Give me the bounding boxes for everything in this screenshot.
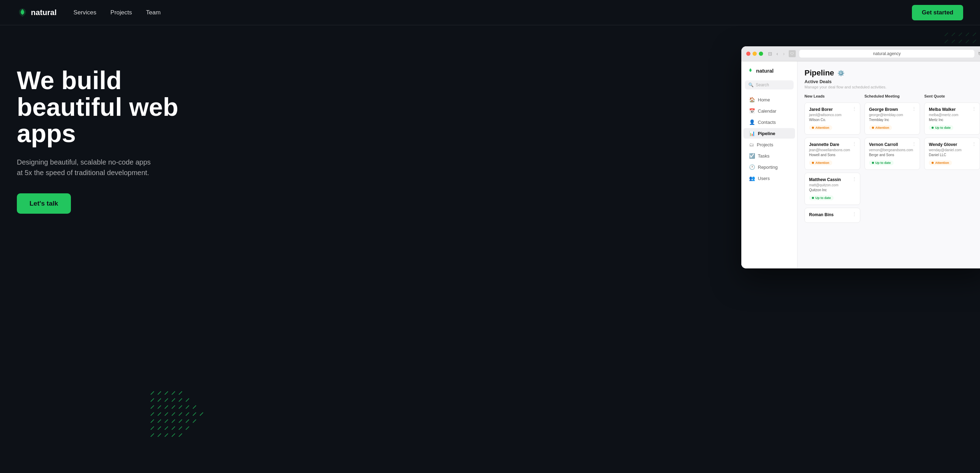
deal-email: jean@howellandsons.com xyxy=(809,148,856,152)
attention-dot xyxy=(812,127,814,129)
svg-line-5 xyxy=(151,398,154,402)
svg-line-45 xyxy=(952,33,955,36)
svg-line-20 xyxy=(165,413,168,416)
deal-options-icon[interactable]: ⋮ xyxy=(852,211,856,216)
svg-line-41 xyxy=(165,434,168,436)
get-started-button[interactable]: Get started xyxy=(912,5,963,21)
dots-decoration xyxy=(148,373,211,445)
minimize-button-tl[interactable] xyxy=(752,52,757,56)
gear-icon[interactable]: ⚙️ xyxy=(837,70,845,76)
svg-line-49 xyxy=(945,40,948,43)
deal-email: wenday@daniel.com xyxy=(929,148,975,152)
pipeline-icon: 📊 xyxy=(749,130,755,136)
deal-name: Jeannette Dare xyxy=(809,142,856,147)
deal-options-icon[interactable]: ⋮ xyxy=(912,106,916,111)
deal-badge-uptodate: Up to date xyxy=(809,195,834,200)
svg-line-44 xyxy=(945,33,948,36)
deal-name: Wendy Glover xyxy=(929,142,975,147)
deal-company: Berge and Sons xyxy=(869,153,916,157)
nav-team[interactable]: Team xyxy=(146,9,161,16)
nav-projects[interactable]: Projects xyxy=(111,9,132,16)
svg-line-13 xyxy=(165,406,168,408)
sidebar-item-pipeline[interactable]: 📊 Pipeline xyxy=(743,128,795,139)
svg-line-16 xyxy=(186,406,189,408)
sidebar-item-projects[interactable]: 🗂 Projects xyxy=(743,139,795,150)
sidebar-logo: natural xyxy=(741,67,797,79)
svg-line-8 xyxy=(172,398,175,402)
deal-card-melba[interactable]: ⋮ Melba Walker melba@mertz.com Mertz Inc… xyxy=(924,102,980,135)
sidebar-item-calendar[interactable]: 📅 Calendar xyxy=(743,106,795,116)
deal-card-george[interactable]: ⋮ George Brown george@temblay.com Trembl… xyxy=(864,102,920,135)
svg-line-31 xyxy=(186,420,189,422)
svg-line-37 xyxy=(179,427,182,430)
close-button-tl[interactable] xyxy=(746,52,751,56)
deal-badge-uptodate: Up to date xyxy=(929,125,953,130)
back-icon[interactable]: ‹ xyxy=(776,51,778,57)
forward-icon[interactable]: › xyxy=(783,51,785,57)
deal-card-wendy[interactable]: ⋮ Wendy Glover wenday@daniel.com Daniel … xyxy=(924,138,980,170)
hero-subtext: Designing beautiful, scalable no-code ap… xyxy=(17,157,157,178)
svg-line-9 xyxy=(179,398,182,402)
deal-options-icon[interactable]: ⋮ xyxy=(852,176,856,181)
svg-line-28 xyxy=(165,420,168,422)
lets-talk-button[interactable]: Let's talk xyxy=(17,193,71,214)
svg-line-10 xyxy=(186,398,189,402)
browser-icons: ⊟ xyxy=(768,51,772,57)
traffic-lights xyxy=(746,52,763,56)
deal-options-icon[interactable]: ⋮ xyxy=(972,106,976,111)
deal-card-jeannette[interactable]: ⋮ Jeannette Dare jean@howellandsons.com … xyxy=(805,138,860,170)
svg-line-22 xyxy=(179,413,182,416)
svg-line-14 xyxy=(172,406,175,408)
svg-line-52 xyxy=(966,40,969,43)
sidebar-item-reporting[interactable]: 🕐 Reporting xyxy=(743,162,795,172)
attention-dot xyxy=(932,162,934,164)
deal-options-icon[interactable]: ⋮ xyxy=(852,106,856,111)
pipeline-main: Pipeline ⚙️ Active Deals Manage your dea… xyxy=(797,61,980,268)
sidebar-toggle-icon[interactable]: ⊟ xyxy=(768,51,772,57)
svg-line-39 xyxy=(151,434,154,436)
deal-company: Mertz Inc xyxy=(929,118,975,122)
sidebar-search[interactable]: 🔍 Search xyxy=(745,80,794,89)
nav-services[interactable]: Services xyxy=(73,9,96,16)
sidebar-contacts-label: Contacts xyxy=(758,120,776,125)
pipeline-title: Pipeline xyxy=(805,68,834,78)
deal-email: jared@wilsonco.com xyxy=(809,113,856,117)
app-mockup: ⊟ ‹ › 🛡 natural.agency ↻ natural 🔍 Sear xyxy=(741,46,980,268)
deal-card-matthew[interactable]: ⋮ Matthew Cassin matt@quitzon.com Quitzo… xyxy=(805,173,860,205)
deal-card-jared[interactable]: ⋮ Jared Borer jared@wilsonco.com Wilson … xyxy=(805,102,860,135)
calendar-icon: 📅 xyxy=(749,108,755,114)
svg-line-2 xyxy=(165,392,168,394)
pipeline-col-new-leads: New Leads ⋮ Jared Borer jared@wilsonco.c… xyxy=(805,94,860,266)
sidebar-item-contacts[interactable]: 👤 Contacts xyxy=(743,117,795,127)
deal-company: Tremblay Inc xyxy=(869,118,916,122)
deal-card-vernon[interactable]: ⋮ Vernon Carroll vernon@bergeandsons.com… xyxy=(864,138,920,170)
svg-line-11 xyxy=(151,406,154,408)
svg-line-46 xyxy=(959,33,962,36)
deal-options-icon[interactable]: ⋮ xyxy=(972,141,976,146)
svg-line-40 xyxy=(158,434,161,436)
deal-name: George Brown xyxy=(869,107,916,112)
svg-line-53 xyxy=(973,40,976,43)
app-inner: natural 🔍 Search 🏠 Home 📅 Calendar 👤 Con… xyxy=(741,61,980,268)
deal-options-icon[interactable]: ⋮ xyxy=(912,141,916,146)
deal-card-roman[interactable]: ⋮ Roman Bins xyxy=(805,208,860,223)
active-deals-sub: Manage your deal flow and scheduled acti… xyxy=(805,85,980,89)
svg-line-26 xyxy=(151,420,154,422)
svg-line-0 xyxy=(151,392,154,394)
svg-line-34 xyxy=(158,427,161,430)
sidebar-users-label: Users xyxy=(758,176,770,181)
deal-options-icon[interactable]: ⋮ xyxy=(852,141,856,146)
deal-name: Roman Bins xyxy=(809,212,856,217)
sidebar-item-users[interactable]: 👥 Users xyxy=(743,173,795,184)
address-bar[interactable]: natural.agency xyxy=(799,50,974,57)
pipeline-col-scheduled: Scheduled Meeting ⋮ George Brown george@… xyxy=(864,94,920,266)
pipeline-header: Pipeline ⚙️ xyxy=(805,68,980,78)
app-sidebar: natural 🔍 Search 🏠 Home 📅 Calendar 👤 Con… xyxy=(741,61,797,268)
badge-label: Attention xyxy=(815,161,829,165)
sidebar-item-tasks[interactable]: ☑️ Tasks xyxy=(743,151,795,161)
pipeline-columns: New Leads ⋮ Jared Borer jared@wilsonco.c… xyxy=(805,94,980,266)
reload-icon[interactable]: ↻ xyxy=(978,51,980,57)
maximize-button-tl[interactable] xyxy=(759,52,763,56)
logo[interactable]: natural xyxy=(17,7,57,18)
sidebar-item-home[interactable]: 🏠 Home xyxy=(743,94,795,105)
